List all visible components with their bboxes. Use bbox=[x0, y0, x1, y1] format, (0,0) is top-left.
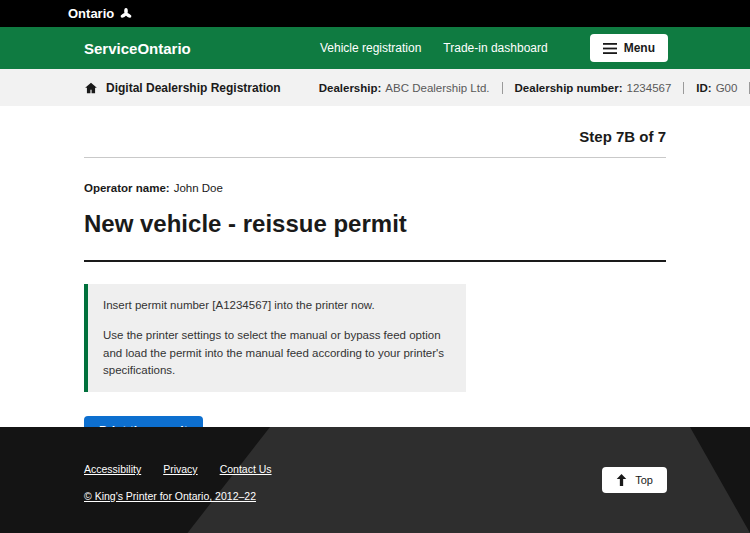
menu-button[interactable]: Menu bbox=[590, 34, 668, 62]
home-icon bbox=[84, 81, 98, 95]
ontario-logo[interactable]: Ontario bbox=[68, 6, 133, 21]
up-arrow-icon bbox=[616, 474, 627, 486]
footer-links: Accessibility Privacy Contact Us bbox=[84, 463, 666, 475]
title-divider bbox=[84, 260, 666, 262]
main-content: Step 7B of 7 Operator name:John Doe New … bbox=[0, 106, 750, 446]
footer: Accessibility Privacy Contact Us © King'… bbox=[0, 427, 750, 533]
top-button-label: Top bbox=[635, 474, 653, 486]
page-title: New vehicle - reissue permit bbox=[84, 210, 666, 238]
copyright-link[interactable]: © King's Printer for Ontario, 2012–22 bbox=[84, 490, 256, 502]
operator-name-line: Operator name:John Doe bbox=[84, 182, 666, 194]
nav-trade-in-dashboard[interactable]: Trade-in dashboard bbox=[443, 41, 547, 55]
footer-link-accessibility[interactable]: Accessibility bbox=[84, 463, 141, 475]
back-to-top-button[interactable]: Top bbox=[602, 467, 667, 493]
breadcrumb[interactable]: Digital Dealership Registration bbox=[84, 81, 281, 95]
operator-name-label: Operator name: bbox=[84, 182, 170, 194]
footer-link-privacy[interactable]: Privacy bbox=[163, 463, 197, 475]
copyright-line: © King's Printer for Ontario, 2012–22 bbox=[84, 490, 666, 502]
nav-vehicle-registration[interactable]: Vehicle registration bbox=[320, 41, 421, 55]
serviceontario-header: ServiceOntario Vehicle registration Trad… bbox=[0, 27, 750, 69]
menu-button-label: Menu bbox=[624, 41, 655, 55]
subheader-title: Digital Dealership Registration bbox=[106, 81, 281, 95]
field-dealership-number: Dealership number:1234567 bbox=[503, 82, 685, 94]
ontario-top-bar: Ontario bbox=[0, 0, 750, 27]
dealership-subheader: Digital Dealership Registration Dealersh… bbox=[0, 69, 750, 106]
printer-instructions-box: Insert permit number [A1234567] into the… bbox=[84, 284, 466, 392]
instruction-line-2: Use the printer settings to select the m… bbox=[103, 327, 451, 379]
footer-link-contact-us[interactable]: Contact Us bbox=[220, 463, 272, 475]
step-indicator: Step 7B of 7 bbox=[84, 118, 666, 158]
ontario-logo-text: Ontario bbox=[68, 6, 114, 21]
header-nav: Vehicle registration Trade-in dashboard bbox=[320, 41, 548, 55]
operator-name-value: John Doe bbox=[174, 182, 223, 194]
instruction-line-1: Insert permit number [A1234567] into the… bbox=[103, 297, 451, 314]
serviceontario-brand[interactable]: ServiceOntario bbox=[84, 40, 191, 57]
trillium-icon bbox=[119, 7, 133, 21]
hamburger-icon bbox=[603, 43, 617, 54]
field-id: ID:G00 bbox=[684, 82, 750, 94]
field-dealership: Dealership:ABC Dealership Ltd. bbox=[307, 82, 503, 94]
dealership-info-fields: Dealership:ABC Dealership Ltd. Dealershi… bbox=[307, 82, 750, 94]
